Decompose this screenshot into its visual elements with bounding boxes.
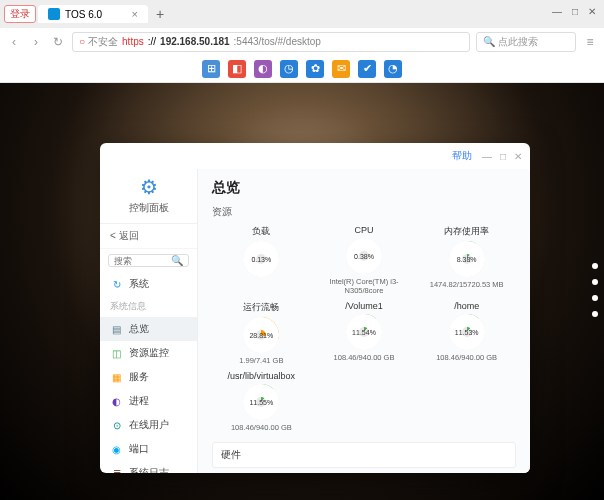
search-icon: 🔍 [483,36,495,47]
dot-icon [592,295,598,301]
gauge-label: 内存使用率 [444,225,489,238]
app-close-button[interactable]: ✕ [514,151,522,162]
search-input[interactable]: 🔍 点此搜索 [476,32,576,52]
headset-icon[interactable]: ◔ [384,60,402,78]
back-button[interactable]: ‹ [6,34,22,50]
gauge: 运行流畅28.81%1.99/7.41 GB [212,301,311,365]
gauge: /Volume111.54%108.46/940.00 GB [315,301,414,365]
clock-icon[interactable]: ◷ [280,60,298,78]
minimize-button[interactable]: — [552,6,562,17]
address-bar: ‹ › ↻ 不安全 https://192.168.50.181:5443/to… [0,28,604,55]
sidebar-item-label: 在线用户 [129,418,169,432]
resource-monitor-icon: ◫ [110,347,123,360]
addressbook-icon[interactable]: ◧ [228,60,246,78]
gauge-label: 负载 [252,225,270,238]
online-users-icon: ⊙ [110,419,123,432]
sidebar-search-input[interactable] [114,256,171,266]
gauge-subtext: 108.46/940.00 GB [436,353,497,362]
side-indicators [592,263,598,317]
menu-button[interactable]: ≡ [582,34,598,50]
gauge-subtext: Intel(R) Core(TM) i3-N305/8core [315,277,414,295]
tab-title: TOS 6.0 [65,9,102,20]
mail-icon[interactable]: ✉ [332,60,350,78]
sidebar-item-label: 总览 [129,322,149,336]
gauge-ring: 28.81% [243,317,279,353]
app-maximize-button[interactable]: □ [500,151,506,162]
search-icon: 🔍 [171,255,183,266]
app-window-controls: — □ ✕ [482,151,522,162]
section-resources: 资源 [212,205,516,219]
sidebar-item-system[interactable]: ↻系统 [100,272,197,296]
sidebar-item-system-logs[interactable]: ≣系统日志 [100,461,197,473]
back-link[interactable]: < 返回 [100,224,197,249]
sidebar-item-label: 端口 [129,442,149,456]
system-logs-icon: ≣ [110,467,123,474]
dot-icon [592,263,598,269]
sidebar-title: 控制面板 [129,201,169,215]
gauge-subtext: 1474.82/15720.53 MB [430,280,504,289]
browser-icon[interactable]: ⊞ [202,60,220,78]
login-button[interactable]: 登录 [4,5,36,23]
sidebar-item-resource-monitor[interactable]: ◫资源监控 [100,341,197,365]
gauge-subtext: 108.46/940.00 GB [231,423,292,432]
app-minimize-button[interactable]: — [482,151,492,162]
new-tab-button[interactable]: + [150,6,170,22]
sidebar-item-label: 系统 [129,277,149,291]
gauge-label: /Volume1 [345,301,383,311]
desktop: 帮助 — □ ✕ ⚙ 控制面板 < 返回 🔍 ↻系统系统信息▤总览◫资源监控▦服… [0,83,604,500]
url-path: :5443/tos/#/desktop [234,36,321,47]
gauge: 负载0.13% [212,225,311,295]
tab-favicon-icon [48,8,60,20]
gauge-subtext: 108.46/940.00 GB [334,353,395,362]
forward-button[interactable]: › [28,34,44,50]
services-icon: ▦ [110,371,123,384]
gear-icon: ⚙ [140,175,158,199]
gauge-ring: 0.38% [346,238,382,274]
sidebar-header: ⚙ 控制面板 [100,169,197,224]
gauge-ring: 11.54% [346,314,382,350]
insecure-badge: 不安全 [79,35,118,49]
gauge-ring: 8.38% [449,241,485,277]
maximize-button[interactable]: □ [572,6,578,17]
sidebar-item-services[interactable]: ▦服务 [100,365,197,389]
sidebar-item-label: 系统日志 [129,466,169,473]
sidebar-item-processes[interactable]: ◐进程 [100,389,197,413]
section-hardware: 硬件 [212,442,516,468]
gauge: /usr/lib/virtualbox11.55%108.46/940.00 G… [212,371,311,432]
sidebar-search[interactable]: 🔍 [108,254,189,267]
close-button[interactable]: ✕ [588,6,596,17]
check-icon[interactable]: ✔ [358,60,376,78]
sidebar-item-label: 进程 [129,394,149,408]
sidebar-item-online-users[interactable]: ⊙在线用户 [100,413,197,437]
sidebar-item-ports[interactable]: ◉端口 [100,437,197,461]
url-scheme: https [122,36,144,47]
gauge-label: 运行流畅 [243,301,279,314]
window-body: ⚙ 控制面板 < 返回 🔍 ↻系统系统信息▤总览◫资源监控▦服务◐进程⊙在线用户… [100,169,530,473]
gauge-label: /usr/lib/virtualbox [228,371,296,381]
url-host: 192.168.50.181 [160,36,230,47]
gauge: /home11.53%108.46/940.00 GB [417,301,516,365]
gauge-label: CPU [354,225,373,235]
gauge-subtext: 1.99/7.41 GB [239,356,283,365]
url-input[interactable]: 不安全 https://192.168.50.181:5443/tos/#/de… [72,32,470,52]
window-header: 帮助 — □ ✕ [100,143,530,169]
refresh-button[interactable]: ↻ [50,34,66,50]
tab-tos[interactable]: TOS 6.0 × [38,5,148,23]
sidebar-item-overview[interactable]: ▤总览 [100,317,197,341]
gauge-ring: 11.55% [243,384,279,420]
chat-icon[interactable]: ◐ [254,60,272,78]
overview-icon: ▤ [110,323,123,336]
tab-close-icon[interactable]: × [132,8,138,20]
content-area: 总览 资源 负载0.13%CPU0.38%Intel(R) Core(TM) i… [198,169,530,473]
sidebar-item-label: 服务 [129,370,149,384]
help-link[interactable]: 帮助 [452,149,472,163]
search-placeholder: 点此搜索 [498,35,538,49]
sidebar-group: 系统信息 [100,296,197,317]
tab-bar: 登录 TOS 6.0 × + [0,0,604,28]
app-toolbar: ⊞◧◐◷✿✉✔◔ [0,55,604,83]
gauge: CPU0.38%Intel(R) Core(TM) i3-N305/8core [315,225,414,295]
system-icon: ↻ [110,278,123,291]
settings-icon[interactable]: ✿ [306,60,324,78]
sidebar-item-label: 资源监控 [129,346,169,360]
dot-icon [592,279,598,285]
